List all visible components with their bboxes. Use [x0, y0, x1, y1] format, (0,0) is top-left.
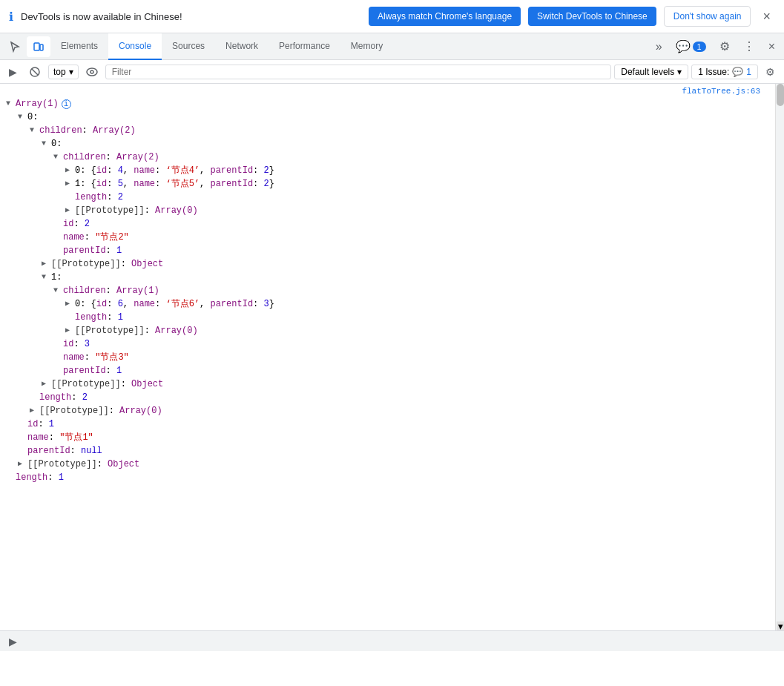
tabs-bar: Elements Console Sources Network Perform… [0, 33, 784, 60]
tree-text: children: Array(2) [39, 124, 136, 137]
tree-line[interactable]: ▶[[Prototype]]: Object [0, 458, 775, 471]
tree-toggle[interactable]: ▼ [42, 137, 49, 151]
tree-line[interactable]: ▶[[Prototype]]: Array(0) [0, 404, 775, 418]
more-tabs-button[interactable]: » [650, 36, 668, 57]
tree-toggle[interactable]: ▶ [65, 164, 73, 177]
more-options-button[interactable]: ⋮ [737, 36, 761, 57]
tree-line[interactable]: ▼Array(1)i [0, 97, 775, 111]
tree-toggle[interactable]: ▼ [30, 124, 37, 137]
tree-line[interactable]: parentId: null [0, 444, 775, 458]
tab-sources[interactable]: Sources [162, 33, 215, 60]
notification-bar: ℹ DevTools is now available in Chinese! … [0, 0, 784, 33]
settings-button[interactable]: ⚙ [714, 36, 736, 57]
tree-line[interactable]: ▶[[Prototype]]: Object [0, 377, 775, 391]
array-info-icon: i [62, 99, 71, 109]
tree-line[interactable]: ▶[[Prototype]]: Array(0) [0, 324, 775, 337]
dont-show-again-button[interactable]: Don't show again [664, 6, 751, 27]
tree-toggle[interactable]: ▼ [18, 111, 25, 124]
console-settings-button[interactable]: ⚙ [761, 64, 780, 80]
tree-toggle[interactable]: ▶ [30, 404, 37, 418]
filter-input[interactable] [105, 65, 612, 79]
tree-line[interactable]: length: 1 [0, 471, 775, 484]
issues-button[interactable]: 1 Issue: 💬 1 [691, 65, 758, 79]
notification-text: DevTools is now available in Chinese! [21, 11, 361, 22]
tree-line[interactable]: length: 1 [0, 311, 775, 324]
tab-performance[interactable]: Performance [269, 33, 340, 60]
tree-toggle[interactable]: ▶ [65, 297, 73, 311]
clear-console-button[interactable] [24, 64, 45, 80]
tree-line[interactable]: ▼children: Array(1) [0, 284, 775, 297]
svg-rect-1 [40, 44, 43, 50]
execute-button[interactable]: ▶ [4, 64, 22, 80]
tree-toggle[interactable]: ▶ [65, 204, 73, 217]
log-levels-button[interactable]: Default levels ▾ [614, 65, 688, 79]
close-devtools-button[interactable]: × [762, 36, 781, 57]
clear-icon [29, 66, 41, 78]
settings-icon: ⚙ [765, 66, 775, 78]
svg-rect-0 [34, 43, 39, 50]
tab-network[interactable]: Network [215, 33, 269, 60]
tree-line[interactable]: ▼0: [0, 111, 775, 124]
chat-button[interactable]: 💬 1 [670, 36, 712, 57]
scrollbar-track[interactable]: ▾ [775, 84, 784, 630]
device-toolbar-button[interactable] [27, 36, 50, 57]
tree-line[interactable]: ▶[[Prototype]]: Array(0) [0, 204, 775, 217]
tree-toggle[interactable]: ▶ [18, 458, 25, 471]
toolbar: ▶ top ▾ Default levels ▾ 1 Issue: 💬 1 ⚙ [0, 60, 784, 84]
tree-line[interactable]: ▼0: [0, 137, 775, 151]
tree-text: [[Prototype]]: Array(0) [39, 404, 162, 418]
tree-line[interactable]: ▼children: Array(2) [0, 151, 775, 164]
tree-toggle[interactable]: ▼ [6, 97, 13, 111]
tree-toggle[interactable]: ▼ [53, 284, 61, 297]
tree-line[interactable]: length: 2 [0, 191, 775, 204]
tab-console[interactable]: Console [108, 33, 162, 60]
close-icon: × [768, 40, 775, 53]
switch-to-chinese-button[interactable]: Switch DevTools to Chinese [528, 7, 656, 26]
scroll-down-arrow[interactable]: ▾ [777, 621, 784, 630]
tree-container: ▼Array(1)i▼0:▼children: Array(2)▼0:▼chil… [0, 97, 775, 484]
tree-line[interactable]: ▶[[Prototype]]: Object [0, 257, 775, 271]
tree-line[interactable]: ▶0: {id: 6, name: ‘节点6’, parentId: 3} [0, 297, 775, 311]
inspect-icon-button[interactable] [3, 36, 27, 57]
tree-toggle[interactable]: ▼ [53, 151, 61, 164]
tree-toggle[interactable]: ▶ [42, 257, 49, 271]
scrollbar-thumb[interactable] [777, 84, 784, 106]
tree-toggle[interactable]: ▶ [65, 177, 73, 191]
tree-line[interactable]: id: 2 [0, 217, 775, 231]
tree-line[interactable]: id: 3 [0, 337, 775, 351]
tree-text: parentId: 1 [63, 364, 122, 377]
chat-badge: 1 [693, 42, 706, 52]
tree-line[interactable]: length: 2 [0, 391, 775, 404]
execute-icon: ▶ [9, 66, 17, 78]
tree-text: 0: {id: 6, name: ‘节点6’, parentId: 3} [75, 297, 274, 311]
eye-button[interactable] [82, 65, 102, 79]
tab-elements[interactable]: Elements [50, 33, 108, 60]
tree-text: [[Prototype]]: Array(0) [75, 324, 198, 337]
dropdown-arrow-icon: ▾ [69, 67, 73, 77]
tree-line[interactable]: ▼1: [0, 271, 775, 284]
levels-arrow-icon: ▾ [677, 67, 682, 77]
file-link[interactable]: flatToTree.js:63 [682, 87, 760, 96]
tree-line[interactable]: name: "节点1" [0, 431, 775, 444]
tree-toggle[interactable]: ▶ [42, 377, 49, 391]
tree-toggle[interactable]: ▼ [42, 271, 49, 284]
tree-text: length: 2 [39, 391, 88, 404]
tree-text: name: "节点3" [63, 351, 129, 364]
tree-toggle[interactable]: ▶ [65, 324, 73, 337]
match-language-button[interactable]: Always match Chrome's language [369, 7, 521, 26]
tree-line[interactable]: parentId: 1 [0, 364, 775, 377]
tree-text: parentId: null [27, 444, 102, 458]
tree-line[interactable]: ▶1: {id: 5, name: ‘节点5’, parentId: 2} [0, 177, 775, 191]
tree-text: [[Prototype]]: Object [27, 458, 139, 471]
show-console-drawer-button[interactable]: ▶ [6, 634, 20, 649]
tree-line[interactable]: id: 1 [0, 418, 775, 431]
tree-line[interactable]: name: "节点2" [0, 231, 775, 244]
chat-issue-icon: 💬 [732, 67, 743, 77]
tree-line[interactable]: ▼children: Array(2) [0, 124, 775, 137]
tab-memory[interactable]: Memory [340, 33, 393, 60]
tree-line[interactable]: parentId: 1 [0, 244, 775, 257]
context-selector[interactable]: top ▾ [48, 65, 79, 79]
tree-line[interactable]: ▶0: {id: 4, name: ‘节点4’, parentId: 2} [0, 164, 775, 177]
tree-line[interactable]: name: "节点3" [0, 351, 775, 364]
notification-close-button[interactable]: × [758, 7, 775, 26]
